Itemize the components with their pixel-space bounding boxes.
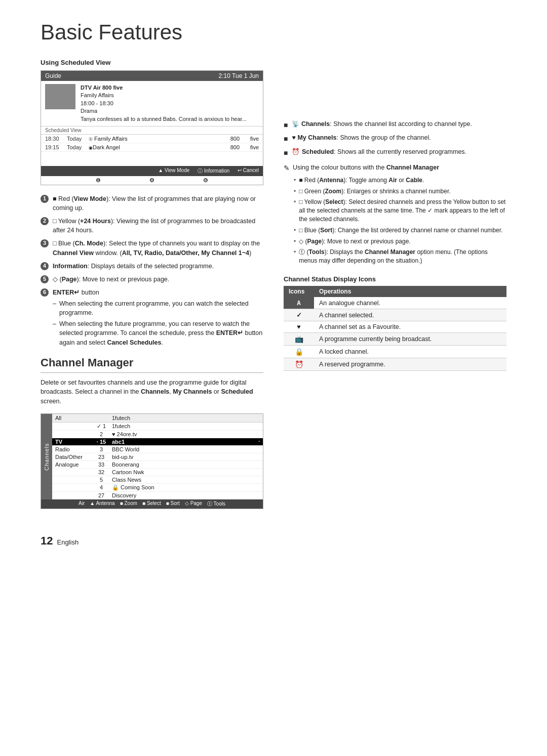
guide-row2-time: 19:15 <box>45 144 63 150</box>
colour-sub-2: • □ Green (Zoom): Enlarges or shrinks a … <box>294 187 506 196</box>
guide-row1-chan: five <box>244 136 259 142</box>
status-row-6: ⏰ A reserved programme. <box>284 358 506 371</box>
feature-4: 4 Information: Displays details of the s… <box>41 262 263 271</box>
cm-r4-c1: Radio <box>55 446 91 452</box>
feat-4-text: Information: Displays details of the sel… <box>53 262 214 271</box>
channel-manager-title: Channel Manager <box>41 356 263 373</box>
guide-genre: Drama <box>81 107 247 115</box>
cm-r10-c2: 27 <box>94 492 109 498</box>
status-section: Channel Status Display Icons Icons Opera… <box>284 275 506 371</box>
feat-num-1: 1 <box>41 195 49 203</box>
dot-1: • <box>294 176 296 185</box>
guide-row1-time: 18:30 <box>45 136 63 142</box>
guide-channel: DTV Air 800 five <box>81 84 247 92</box>
colour-sub-4-text: □ Blue (Sort): Change the list ordered b… <box>299 226 502 235</box>
feat-6-sub-2: – When selecting the future programme, y… <box>53 319 263 347</box>
status-op-4: A programme currently being broadcast. <box>314 333 506 346</box>
guide-row2-chan: five <box>244 144 259 150</box>
guide-row-1: 18:30 Today ① Family Affairs 800 five <box>41 135 263 143</box>
cm-footer-tools: ⓣ Tools <box>207 500 225 508</box>
feature-list: 1 ■ Red (View Mode): View the list of pr… <box>41 194 263 349</box>
guide-thumbnail <box>45 84 75 109</box>
status-op-5: A locked channel. <box>314 346 506 358</box>
page-footer: 12 English <box>41 534 506 548</box>
cm-r8-c3: Class News <box>112 477 260 483</box>
cm-row-1: ✓ 1 1futech <box>52 423 263 431</box>
status-op-6: A reserved programme. <box>314 358 506 371</box>
dash-2: – <box>53 319 56 347</box>
colour-note-text: Using the colour buttons with the Channe… <box>293 164 439 172</box>
cm-header-col3: 1futech <box>112 415 260 421</box>
status-icon-2: ✓ <box>284 309 314 321</box>
status-icon-3: ♥ <box>284 321 314 333</box>
guide-title: Guide <box>45 72 61 79</box>
guide-row2-num: 800 <box>224 144 240 150</box>
cm-inner: Channels All 1futech ✓ 1 1futech <box>41 414 263 499</box>
bullet-channels: ■ 📡 Channels: Shows the channel list acc… <box>284 119 506 130</box>
cm-r6-c1: Analogue <box>55 461 91 468</box>
cm-r5-c2: 23 <box>94 454 109 460</box>
cm-r5-c3: bid-up.tv <box>112 454 260 460</box>
status-op-2: A channel selected. <box>314 309 506 321</box>
colour-sub-list: • ■ Red (Antenna): Toggle among Air or C… <box>284 176 506 265</box>
status-op-3: A channel set as a Favourite. <box>314 321 506 333</box>
guide-num-1: ❶ <box>96 177 101 184</box>
cm-footer-page: ◇ Page <box>185 500 202 508</box>
feat-5-text: ◇ (Page): Move to next or previous page. <box>53 275 169 284</box>
guide-footer: ▲ View Mode ⓘ Information ↩ Cancel <box>41 166 263 176</box>
cm-footer-sort: ■ Sort <box>166 500 180 508</box>
status-table-header: Icons Operations <box>284 286 506 297</box>
cm-row-10: 27 Discovery <box>52 492 263 499</box>
cm-footer-air: Air <box>79 500 85 508</box>
feat-6-sub-1: – When selecting the current programme, … <box>53 299 263 317</box>
dot-6: • <box>294 248 296 265</box>
right-bullet-list: ■ 📡 Channels: Shows the channel list acc… <box>284 119 506 158</box>
guide-row2-prog: ◉Dark Angel <box>89 144 220 150</box>
status-row-2: ✓ A channel selected. <box>284 309 506 321</box>
guide-footer-cancel: ↩ Cancel <box>238 167 259 175</box>
cm-footer-zoom: ■ Zoom <box>120 500 137 508</box>
cm-row-2: 2 ♥ 24ore.tv <box>52 431 263 438</box>
guide-header: Guide 2:10 Tue 1 Jun <box>41 71 263 81</box>
bullet-mychannels-text: ♥ My Channels: Shows the group of the ch… <box>292 133 431 144</box>
status-table: Icons Operations A An analogue channel. … <box>284 286 506 371</box>
cm-row-9: 4 🔒 Coming Soon <box>52 484 263 492</box>
cm-footer-antenna: ▲ Antenna <box>90 500 114 508</box>
bullet-channels-text: 📡 Channels: Shows the channel list accor… <box>292 119 472 130</box>
guide-info: DTV Air 800 five Family Affairs 18:00 - … <box>81 84 247 123</box>
feature-5: 5 ◇ (Page): Move to next or previous pag… <box>41 275 263 284</box>
right-column: ■ 📡 Channels: Shows the channel list acc… <box>284 59 506 519</box>
guide-row1-day: Today <box>67 136 85 142</box>
cm-r4-c2: 3 <box>94 446 109 452</box>
colour-sub-6: • ⓣ (Tools): Displays the Channel Manage… <box>294 248 506 265</box>
cm-r10-c3: Discovery <box>112 492 260 498</box>
feat-6-sublist: – When selecting the current programme, … <box>53 299 263 347</box>
colour-sub-1-text: ■ Red (Antenna): Toggle among Air or Cab… <box>299 176 424 185</box>
guide-footer-information: ⓘ Information <box>198 167 229 175</box>
dot-2: • <box>294 187 296 196</box>
feature-3: 3 □ Blue (Ch. Mode): Select the type of … <box>41 239 263 257</box>
colour-sub-5-text: ◇ (Page): Move to next or previous page. <box>299 237 410 246</box>
guide-program: Family Affairs <box>81 92 247 99</box>
cm-row-3-highlighted: TV · 15 abc1 · <box>52 438 263 446</box>
status-op-1: An analogue channel. <box>314 297 506 309</box>
guide-body: DTV Air 800 five Family Affairs 18:00 - … <box>41 81 263 127</box>
channel-manager-desc: Delete or set favourites channels and us… <box>41 378 263 406</box>
cm-r1-c2: ✓ 1 <box>94 423 109 430</box>
status-row-1: A An analogue channel. <box>284 297 506 309</box>
status-icon-5: 🔒 <box>284 346 314 358</box>
guide-empty-rows <box>41 152 263 166</box>
colour-sub-6-text: ⓣ (Tools): Displays the Channel Manager … <box>299 248 506 265</box>
cm-r7-c2: 32 <box>94 469 109 475</box>
status-icon-4: 📺 <box>284 333 314 346</box>
cm-header-row: All 1futech <box>52 414 263 423</box>
colour-note: ✎ Using the colour buttons with the Chan… <box>284 164 506 172</box>
cm-r3-c4: · <box>235 439 260 444</box>
cm-r6-c2: 33 <box>94 461 109 468</box>
feature-6: 6 ENTER↵ button – When selecting the cur… <box>41 288 263 349</box>
feature-1: 1 ■ Red (View Mode): View the list of pr… <box>41 194 263 213</box>
cm-row-8: 5 Class News <box>52 476 263 484</box>
bullet-scheduled-text: ⏰ Scheduled: Shows all the currently res… <box>292 147 466 158</box>
status-row-3: ♥ A channel set as a Favourite. <box>284 321 506 333</box>
dash-1: – <box>53 299 56 317</box>
